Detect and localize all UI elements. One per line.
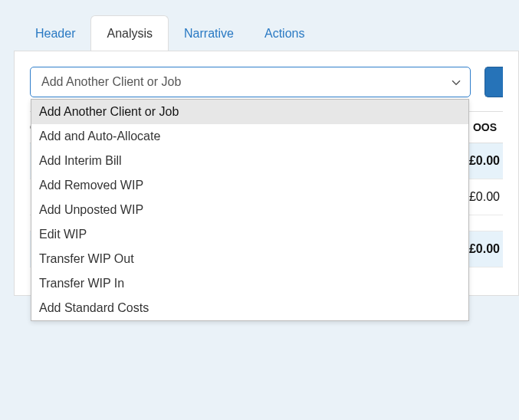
- tab-analysis[interactable]: Analysis: [90, 15, 169, 51]
- option-add-another-client-or-job[interactable]: Add Another Client or Job: [31, 100, 468, 124]
- tab-narrative[interactable]: Narrative: [169, 16, 249, 51]
- option-add-removed-wip[interactable]: Add Removed WIP: [31, 173, 468, 198]
- table-cell-value: £0.00: [466, 231, 503, 267]
- table-header-oos: OOS: [467, 112, 503, 143]
- chevron-down-icon: [452, 80, 461, 86]
- action-select-value: Add Another Client or Job: [41, 75, 181, 89]
- action-select[interactable]: Add Another Client or Job Add Another Cl…: [30, 67, 471, 97]
- tab-bar: Header Analysis Narrative Actions: [14, 15, 519, 51]
- option-transfer-wip-out[interactable]: Transfer WIP Out: [31, 247, 468, 271]
- option-edit-wip[interactable]: Edit WIP: [31, 222, 468, 247]
- option-add-unposted-wip[interactable]: Add Unposted WIP: [31, 198, 468, 222]
- tab-header[interactable]: Header: [20, 16, 90, 51]
- tab-actions[interactable]: Actions: [249, 16, 320, 51]
- analysis-panel: Add Another Client or Job Add Another Cl…: [14, 51, 519, 296]
- option-add-standard-costs[interactable]: Add Standard Costs: [31, 296, 468, 320]
- table-cell-value: £0.00: [466, 143, 503, 179]
- option-add-interim-bill[interactable]: Add Interim Bill: [31, 149, 468, 173]
- table-cell-value: [491, 215, 503, 231]
- option-transfer-wip-in[interactable]: Transfer WIP In: [31, 271, 468, 296]
- option-add-and-auto-allocate[interactable]: Add and Auto-Allocate: [31, 124, 468, 149]
- table-cell-value: £0.00: [466, 179, 503, 215]
- action-select-dropdown: Add Another Client or Job Add and Auto-A…: [31, 99, 469, 321]
- primary-action-button[interactable]: [485, 67, 503, 97]
